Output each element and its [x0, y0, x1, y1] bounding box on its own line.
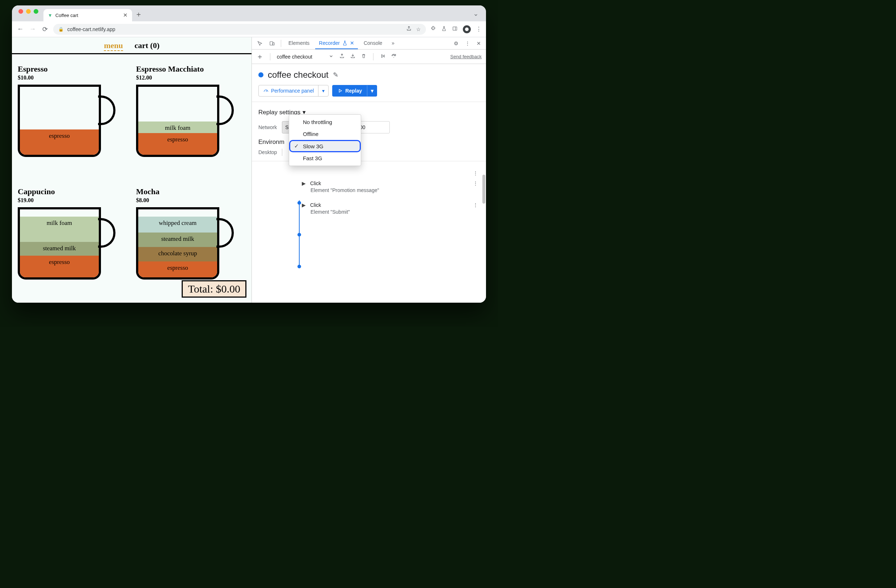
desktop-label: Desktop [258, 149, 277, 155]
tab-close-icon[interactable]: ✕ [123, 12, 128, 18]
perf-dropdown-icon[interactable]: ▾ [318, 85, 328, 96]
reload-button[interactable]: ⟳ [41, 25, 49, 33]
devtools-panel: Elements Recorder ✕ Console » ⚙ ⋮ ✕ ＋ co… [251, 37, 486, 303]
product-card[interactable]: Espresso Macchiato $12.00 milk foamespre… [136, 64, 246, 177]
devtools-tabstrip: Elements Recorder ✕ Console » ⚙ ⋮ ✕ [252, 37, 486, 50]
svg-rect-2 [270, 42, 273, 45]
product-name: Espresso [18, 64, 127, 74]
page-nav: menu cart (0) [12, 37, 251, 54]
coffee-cup[interactable]: milk foamsteamed milkespresso [18, 207, 116, 283]
performance-panel-button[interactable]: Performance panel ▾ [258, 85, 329, 97]
gauge-icon [263, 88, 269, 94]
cup-layer: steamed milk [138, 232, 217, 247]
network-option[interactable]: Offline [289, 128, 361, 140]
extensions-icon[interactable] [430, 26, 436, 33]
new-tab-button[interactable]: ＋ [135, 9, 142, 19]
browser-menu-icon[interactable]: ⋮ [476, 26, 482, 33]
nav-menu-link[interactable]: menu [104, 41, 123, 51]
product-card[interactable]: Espresso $10.00 espresso [18, 64, 127, 177]
window-zoom-button[interactable] [34, 9, 38, 14]
profile-avatar[interactable] [463, 25, 471, 33]
close-devtools-icon[interactable]: ✕ [474, 39, 483, 48]
tab-list-button[interactable] [470, 12, 482, 18]
window-minimize-button[interactable] [26, 9, 31, 14]
new-recording-icon[interactable]: ＋ [256, 52, 264, 61]
window-close-button[interactable] [18, 9, 23, 14]
url-text: coffee-cart.netlify.app [67, 26, 116, 32]
back-button[interactable]: ← [16, 25, 24, 33]
product-name: Espresso Macchiato [136, 64, 246, 74]
nav-cart-link[interactable]: cart (0) [135, 41, 160, 51]
bookmark-icon[interactable]: ☆ [416, 26, 421, 32]
forward-button[interactable]: → [29, 25, 37, 33]
recording-select[interactable]: coffee checkout [277, 54, 312, 60]
flask-icon [342, 40, 348, 46]
coffee-cup[interactable]: espresso [18, 85, 116, 161]
toolbar-icons: ⋮ [430, 25, 482, 33]
cup-layer: whipped cream [138, 217, 217, 232]
step-menu-icon[interactable]: ⋮ [471, 202, 480, 208]
product-price: $12.00 [136, 74, 246, 81]
step-play-icon[interactable] [380, 53, 386, 60]
network-label: Network [258, 125, 277, 130]
more-tabs-icon[interactable]: » [388, 38, 398, 49]
replay-button[interactable]: Replay ▾ [332, 85, 377, 97]
replay-dropdown-icon[interactable]: ▾ [367, 85, 377, 96]
delete-icon[interactable] [361, 53, 367, 60]
url-input[interactable]: 🔒 coffee-cart.netlify.app ☆ [53, 24, 426, 35]
network-dropdown: No throttlingOffline✓Slow 3GFast 3G [289, 114, 361, 166]
chevron-down-icon[interactable] [328, 53, 334, 60]
step-action: Click [310, 202, 321, 208]
traffic-lights [18, 9, 38, 14]
scrollbar-thumb[interactable] [482, 175, 485, 204]
export-icon[interactable] [339, 53, 345, 60]
devtools-menu-icon[interactable]: ⋮ [463, 39, 472, 48]
step-menu-icon[interactable]: ⋮ [471, 170, 480, 176]
browser-window: ▼ Coffee cart ✕ ＋ ← → ⟳ 🔒 coffee-cart.ne… [12, 5, 486, 303]
coffee-cup[interactable]: milk foamespresso [136, 85, 234, 161]
lock-icon: 🔒 [58, 27, 64, 32]
share-icon[interactable] [406, 26, 412, 33]
network-option[interactable]: Fast 3G [289, 152, 361, 164]
flask-icon[interactable] [441, 26, 447, 33]
cup-layer: espresso [138, 133, 217, 155]
send-feedback-link[interactable]: Send feedback [450, 54, 482, 59]
step-menu-icon[interactable]: ⋮ [471, 181, 480, 186]
side-panel-icon[interactable] [452, 26, 458, 33]
step-over-icon[interactable] [391, 53, 397, 60]
recorder-body: Replay settings ▾ Network Slow 3G ▴ Time… [252, 102, 486, 303]
import-icon[interactable] [350, 53, 356, 60]
step-row[interactable]: ▶ Click ⋮ [263, 200, 483, 210]
step-row[interactable]: ▶ Click ⋮ [263, 178, 483, 188]
inspect-element-icon[interactable] [255, 39, 265, 48]
coffee-cup[interactable]: whipped creamsteamed milkchocolate syrup… [136, 207, 234, 283]
edit-title-icon[interactable]: ✎ [333, 71, 338, 79]
close-tab-icon[interactable]: ✕ [350, 40, 354, 46]
product-grid: Espresso $10.00 espresso Espresso Macchi… [12, 54, 251, 303]
play-icon [337, 88, 343, 94]
product-price: $19.00 [18, 197, 127, 204]
tab-elements[interactable]: Elements [285, 38, 313, 49]
address-bar: ← → ⟳ 🔒 coffee-cart.netlify.app ☆ ⋮ [12, 21, 486, 37]
cup-layer: milk foam [20, 217, 99, 242]
settings-gear-icon[interactable]: ⚙ [452, 39, 461, 48]
cup-layer: espresso [20, 256, 99, 277]
product-card[interactable]: Cappucino $19.00 milk foamsteamed milkes… [18, 187, 127, 299]
recorder-header: coffee checkout ✎ Performance panel ▾ [252, 64, 486, 102]
check-icon: ✓ [294, 143, 299, 149]
network-option[interactable]: No throttling [289, 116, 361, 128]
tab-console[interactable]: Console [360, 38, 386, 49]
cup-layer: chocolate syrup [138, 247, 217, 261]
product-price: $8.00 [136, 197, 246, 204]
cup-layer: milk foam [138, 122, 217, 133]
network-option[interactable]: ✓Slow 3G [289, 140, 361, 152]
recording-title: coffee checkout [268, 70, 329, 80]
product-price: $10.00 [18, 74, 127, 81]
total-button[interactable]: Total: $0.00 [182, 280, 247, 298]
device-toolbar-icon[interactable] [267, 39, 277, 48]
cup-layer: espresso [20, 129, 99, 155]
svg-rect-0 [453, 27, 457, 30]
step-action: Click [310, 181, 321, 186]
tab-recorder[interactable]: Recorder ✕ [315, 38, 358, 49]
browser-tab[interactable]: ▼ Coffee cart ✕ [43, 9, 132, 21]
